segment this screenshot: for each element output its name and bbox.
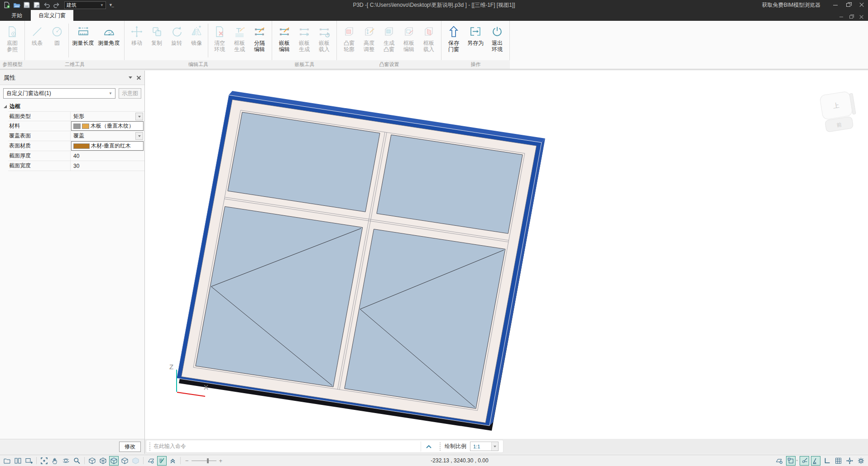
move-gizmo-icon[interactable] xyxy=(845,456,854,466)
shaded-icon[interactable] xyxy=(109,456,119,466)
zoom-slider[interactable] xyxy=(192,461,216,461)
schematic-button[interactable]: 示意图 xyxy=(119,88,141,99)
measure-angle-button[interactable]: 测量角度 xyxy=(96,23,122,46)
minimize-button[interactable] xyxy=(829,0,842,10)
selection-box-icon[interactable] xyxy=(786,456,796,466)
undo-icon[interactable] xyxy=(43,1,51,9)
tab-home[interactable]: 开始 xyxy=(4,10,30,21)
pan-icon[interactable] xyxy=(50,456,60,466)
save-door-window-label: 保存 门窗 xyxy=(448,40,459,52)
tab-custom-door-window[interactable]: 自定义门窗 xyxy=(31,10,73,21)
settings-icon[interactable] xyxy=(856,456,866,466)
divider-edit-button[interactable]: 分隔 编辑 xyxy=(249,23,269,52)
window-model[interactable] xyxy=(177,95,542,426)
object-snap-icon[interactable] xyxy=(775,456,784,466)
material-picker-surface-material[interactable]: 木材-垂直的红木 xyxy=(71,141,144,151)
restore-button[interactable] xyxy=(842,0,855,10)
property-group-header[interactable]: 边框 xyxy=(0,101,144,111)
zoom-slider-handle[interactable] xyxy=(207,458,209,463)
dropdown-button-section-type[interactable] xyxy=(135,113,143,120)
generate-bay-icon xyxy=(382,24,396,40)
exit-environment-button[interactable]: 退出 环境 xyxy=(487,23,507,52)
move-button: 移动 xyxy=(127,23,147,46)
measure-angle-label: 测量角度 xyxy=(98,40,120,46)
save-as-button[interactable]: 另存为 xyxy=(464,23,487,46)
element-type-value: 自定义门窗边框(1) xyxy=(6,90,51,97)
new-view-icon[interactable] xyxy=(2,456,12,466)
grid-toggle-icon[interactable] xyxy=(834,456,843,466)
zoom-extents-icon[interactable] xyxy=(39,456,49,466)
wireframe-icon[interactable] xyxy=(87,456,97,466)
wireframe-edges-icon[interactable] xyxy=(98,456,108,466)
workspace-combo[interactable]: 建筑 ▼ xyxy=(64,1,106,9)
new-window-icon[interactable] xyxy=(24,456,34,466)
zoom-out-button[interactable]: − xyxy=(185,457,189,464)
glass-pane-bottom-left[interactable] xyxy=(196,206,363,387)
property-value-surface-material[interactable]: 木材-垂直的红木 xyxy=(71,141,144,151)
modify-button[interactable]: 修改 xyxy=(119,442,141,452)
save-door-window-button[interactable]: 保存 门窗 xyxy=(444,23,464,52)
view-cube[interactable]: 上 前 xyxy=(820,90,858,132)
property-row-cover-surface: 覆盖表面覆盖 xyxy=(8,131,144,141)
panel-dock-icon[interactable] xyxy=(129,76,132,79)
hidden-line-icon[interactable] xyxy=(120,456,129,466)
ribbon: 底图 参照参照模型线条圆测量长度测量角度二维工具移动复制旋转镜像清空 环境框板 … xyxy=(0,21,868,70)
circle-icon xyxy=(50,24,64,40)
collapse-triangle-icon xyxy=(4,105,7,108)
material-picker-material[interactable]: 木板（垂直木纹） xyxy=(71,121,144,131)
line-button: 线条 xyxy=(27,23,47,46)
save-icon[interactable] xyxy=(23,1,31,9)
doc-close-button[interactable] xyxy=(856,13,866,21)
zoom-window-icon[interactable] xyxy=(72,456,82,466)
doc-restore-button[interactable] xyxy=(846,13,856,21)
property-value-cover-surface[interactable]: 覆盖 xyxy=(71,131,144,141)
section-toggle-icon[interactable] xyxy=(157,456,167,466)
promo-link[interactable]: 获取免费BIM模型浏览器 xyxy=(762,1,820,9)
window-title: P3D -[ C:\Users\lenovo\Desktop\更新说明.p3d … xyxy=(0,1,868,9)
open-file-icon[interactable] xyxy=(13,1,21,9)
new-file-icon[interactable] xyxy=(3,1,11,9)
command-history-toggle[interactable] xyxy=(421,440,436,452)
generate-bay-label: 生成 凸窗 xyxy=(384,40,394,52)
conceptual-icon[interactable] xyxy=(131,456,140,466)
ribbon-group: 凸窗 轮廓高度 调整生成 凸窗框板 编辑框板 载入凸窗设置 xyxy=(337,21,441,69)
dropdown-button-cover-surface[interactable] xyxy=(135,132,143,140)
command-bar-grip[interactable] xyxy=(149,442,150,451)
angle-snap-icon[interactable] xyxy=(800,456,809,466)
orbit-icon[interactable] xyxy=(61,456,71,466)
polar-track-icon[interactable] xyxy=(811,456,820,466)
viewport-3d[interactable]: Z X 上 前 xyxy=(145,71,868,439)
property-value-section-type[interactable]: 矩形 xyxy=(71,112,144,121)
draw-scale-select[interactable]: 1:1 xyxy=(470,442,499,451)
redo-icon[interactable] xyxy=(53,1,61,9)
save-settings-icon[interactable] xyxy=(33,1,41,9)
close-button[interactable] xyxy=(855,0,868,10)
doc-minimize-button[interactable] xyxy=(836,13,846,21)
mirror-icon xyxy=(189,24,204,40)
element-type-selector[interactable]: 自定义门窗边框(1) ▼ xyxy=(3,88,115,99)
material-swatch xyxy=(73,124,81,129)
selection-box-caret-icon[interactable]: ^ xyxy=(796,459,798,463)
ribbon-divider xyxy=(68,24,69,57)
toolbar-customize-icon[interactable]: ▼̲ xyxy=(109,3,112,7)
ortho-mode-icon[interactable] xyxy=(822,456,832,466)
section-plane-icon[interactable] xyxy=(146,456,156,466)
property-text-section-thickness: 40 xyxy=(73,153,79,159)
property-value-section-width[interactable]: 30 xyxy=(71,161,144,171)
panel-close-icon[interactable] xyxy=(137,76,141,80)
panel-edit-button[interactable]: 嵌板 编辑 xyxy=(274,23,294,52)
workspace-combo-value: 建筑 xyxy=(67,2,77,9)
statusbar-separator xyxy=(143,457,144,464)
model-canvas[interactable]: Z X 上 前 xyxy=(145,71,868,439)
command-input[interactable]: 在此输入命令 xyxy=(153,442,186,450)
panel-load-button: 嵌板 载入 xyxy=(314,23,334,52)
property-value-section-thickness[interactable]: 40 xyxy=(71,151,144,161)
tile-windows-icon[interactable] xyxy=(13,456,23,466)
scale-grip[interactable] xyxy=(440,442,441,451)
measure-length-button[interactable]: 测量长度 xyxy=(70,23,96,46)
collapse-statusbar-icon[interactable] xyxy=(168,456,177,466)
panel-edit-label: 嵌板 编辑 xyxy=(279,40,290,52)
property-value-material[interactable]: 木板（垂直木纹） xyxy=(71,121,144,131)
zoom-in-button[interactable]: + xyxy=(219,457,223,464)
circle-button: 圆 xyxy=(47,23,67,46)
